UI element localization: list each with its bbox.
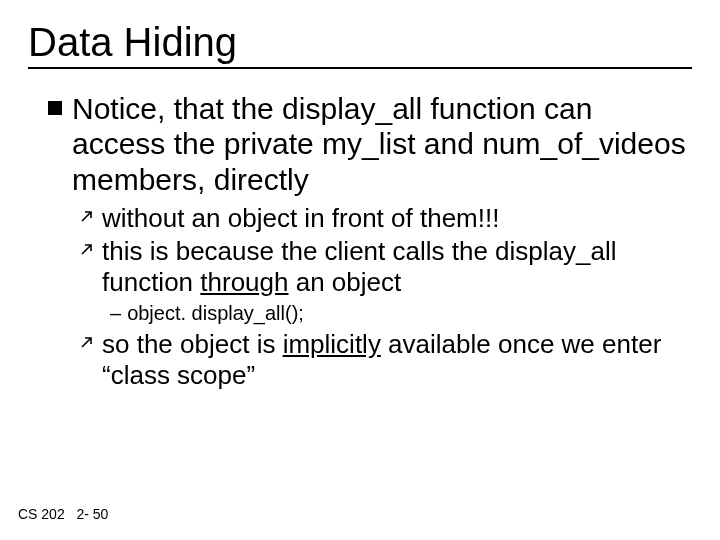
bullet-list-level2: so the object is implicitly available on… [80, 329, 692, 390]
bullet-list-level2: without an object in front of them!!! th… [80, 203, 692, 297]
list-item: – object. display_all(); [110, 301, 692, 325]
list-item: this is because the client calls the dis… [80, 236, 692, 297]
dash-bullet-icon: – [110, 301, 121, 325]
list-item-text: object. display_all(); [127, 301, 304, 325]
slide: Data Hiding Notice, that the display_all… [0, 0, 720, 540]
list-item-text: Notice, that the display_all function ca… [72, 91, 692, 197]
list-item: Notice, that the display_all function ca… [48, 91, 692, 197]
bullet-list-level3: – object. display_all(); [110, 301, 692, 325]
bullet-list-level1: Notice, that the display_all function ca… [48, 91, 692, 197]
course-code: CS 202 [18, 506, 65, 522]
list-item: so the object is implicitly available on… [80, 329, 692, 390]
list-item-text: this is because the client calls the dis… [102, 236, 692, 297]
page-number: 2- 50 [76, 506, 108, 522]
list-item-text: so the object is implicitly available on… [102, 329, 692, 390]
arrow-up-right-icon [80, 335, 94, 349]
arrow-up-right-icon [80, 209, 94, 223]
arrow-up-right-icon [80, 242, 94, 256]
square-bullet-icon [48, 101, 62, 115]
list-item: without an object in front of them!!! [80, 203, 692, 234]
list-item-text: without an object in front of them!!! [102, 203, 499, 234]
slide-footer: CS 202 2- 50 [18, 506, 108, 522]
slide-title: Data Hiding [28, 20, 692, 69]
